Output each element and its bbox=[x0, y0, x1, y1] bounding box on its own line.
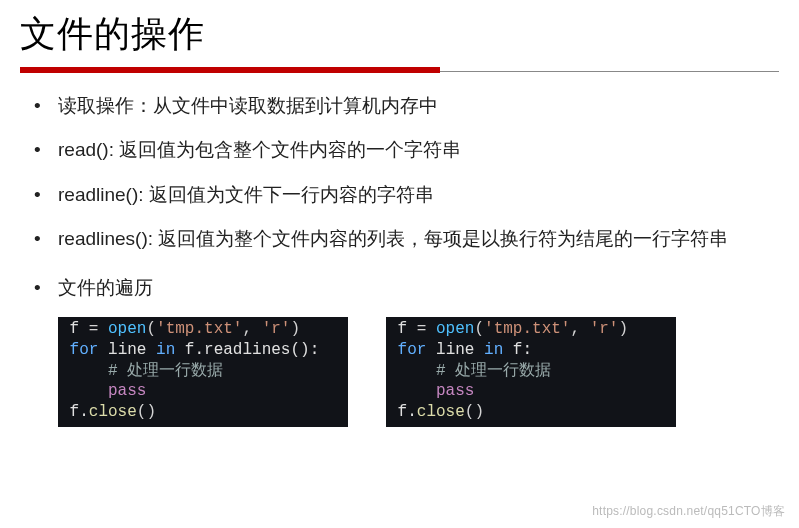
slide-title: 文件的操作 bbox=[20, 10, 779, 59]
watermark: https://blog.csdn.net/qq51CTO博客 bbox=[592, 503, 785, 520]
code-block-right: f = open('tmp.txt', 'r') for line in f: … bbox=[386, 317, 676, 427]
underline-gray bbox=[440, 71, 779, 72]
title-underline bbox=[20, 67, 779, 73]
bullet-item: 读取操作：从文件中读取数据到计算机内存中 bbox=[34, 91, 779, 121]
bullet-item-traverse: 文件的遍历 bbox=[34, 273, 779, 303]
code-block-left: f = open('tmp.txt', 'r') for line in f.r… bbox=[58, 317, 348, 427]
bullet-list: 读取操作：从文件中读取数据到计算机内存中 read(): 返回值为包含整个文件内… bbox=[20, 91, 779, 255]
bullet-item: read(): 返回值为包含整个文件内容的一个字符串 bbox=[34, 135, 779, 165]
bullet-item: readline(): 返回值为文件下一行内容的字符串 bbox=[34, 180, 779, 210]
code-row: f = open('tmp.txt', 'r') for line in f.r… bbox=[20, 317, 779, 427]
slide: 文件的操作 读取操作：从文件中读取数据到计算机内存中 read(): 返回值为包… bbox=[0, 0, 799, 427]
underline-red bbox=[20, 67, 440, 73]
bullet-list-2: 文件的遍历 bbox=[20, 273, 779, 303]
bullet-item: readlines(): 返回值为整个文件内容的列表，每项是以换行符为结尾的一行… bbox=[34, 224, 779, 254]
